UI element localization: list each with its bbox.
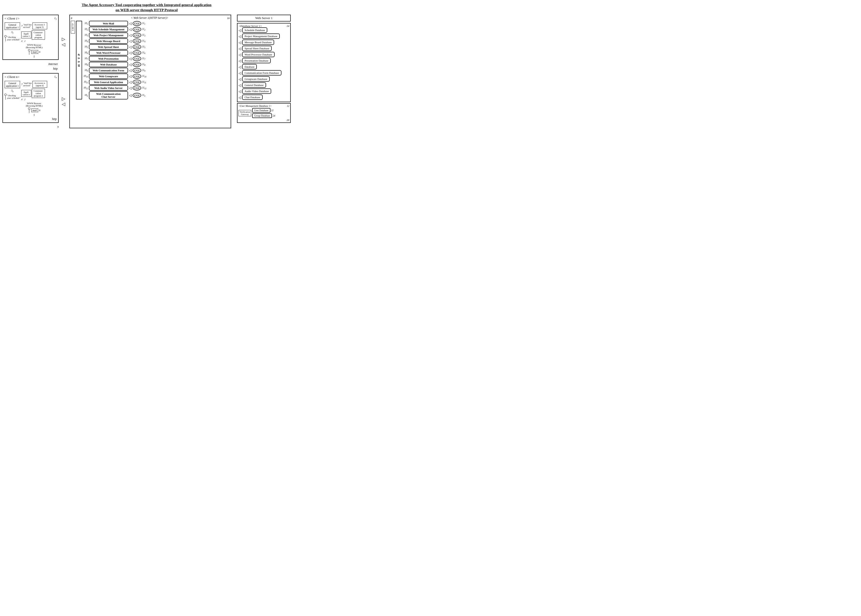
db-arrow-0: ◁ <box>239 28 241 33</box>
num24: 24 <box>273 114 275 117</box>
db-item-0: Schedule Database <box>242 27 267 33</box>
user-mgmt-num: 12 <box>287 105 289 107</box>
web-app-3: Web Message Board <box>89 38 128 44</box>
web-app-0: Web Mail <box>89 21 128 26</box>
clientn-accessory: Accessory n (agent n) <box>33 81 47 88</box>
row-num-left-8: 109 <box>83 69 88 72</box>
clientn-mail: mail <box>31 108 38 112</box>
client1-person-browser <box>28 49 30 55</box>
db-row-7: ◁Communication Form Database <box>239 70 289 76</box>
client1-num4: 4 <box>21 40 22 42</box>
web-row-12: 10nWeb Communication Chat Server◁CGI11n <box>83 91 230 99</box>
row-num-left-10: 1011 <box>83 80 88 84</box>
client1-comm: Communi- cation program <box>32 30 45 39</box>
cgi-num-8: 119 <box>142 69 149 72</box>
cgi-num-4: 115 <box>142 45 149 49</box>
left-arrow2: ◁ <box>62 101 65 107</box>
cgi-num-9: 1110 <box>142 74 149 78</box>
clientn-comm: Communi- cation program n <box>32 89 45 98</box>
web-app-2: Web Project Management <box>89 33 128 38</box>
db-arrow-5: ◁ <box>239 59 241 63</box>
arrow-left-10: ◁ <box>129 80 132 84</box>
cgi-num-7: 118 <box>142 63 149 66</box>
cgi-num-3: 114 <box>142 39 149 43</box>
web-app-8: Web Communication Form <box>89 68 128 73</box>
db-row-1: ◁Project Management Database <box>239 33 289 39</box>
client1-app: Appli- cation 1 <box>21 31 31 38</box>
db-item-6: Database <box>242 64 257 69</box>
clientn-box: < Client n> 1n General application 1 3n … <box>2 73 59 123</box>
webserver-box: 8 < Web Server 1(HTTP Server)> 16 S M T … <box>69 15 231 128</box>
row-num-left-6: 107 <box>83 57 88 60</box>
db-row-2: ◁Message Board Database <box>239 39 289 46</box>
arrow-left-3: ◁ <box>129 39 132 43</box>
clientn-general-app: General application 1 <box>5 81 20 88</box>
db-arrow-6: ◁ <box>239 65 241 69</box>
clientn-http: http <box>5 117 57 121</box>
right-arrow-top: ▷ <box>62 36 65 42</box>
web-app-11: Web Audio Video Server <box>89 85 128 91</box>
clientn-app: Appli- cation n <box>21 90 31 97</box>
verification-box: Verification Gateway <box>239 110 251 116</box>
client1-browser: WWW Browser (Browsing HTML) <box>26 44 42 49</box>
client1-accessory: Accessory 1 (agent 1) <box>33 22 47 29</box>
db-item-9: General Database <box>242 82 266 88</box>
db-item-2: Message Board Database <box>242 39 274 45</box>
db-row-0: ◁Schedule Database <box>239 27 289 33</box>
db-items-container: ◁Schedule Database◁Project Management Da… <box>239 27 289 101</box>
clientn-num6: 6 <box>39 109 40 112</box>
left-arrow: ◁ <box>62 42 65 47</box>
db-arrow-9: ◁ <box>239 83 241 88</box>
clientn-browser: WWW Browser (Browsing HTML) <box>26 102 42 107</box>
internet-label: Internet <box>49 62 58 66</box>
cgi-oval-5: CGI <box>133 50 141 55</box>
arrow-left-2: ◁ <box>129 33 132 38</box>
db-item-4: Word Processor Database <box>242 52 275 57</box>
client1-num7: 7 <box>21 25 22 27</box>
clientn-num7: 7 <box>21 83 22 86</box>
row-num-left-9: 1010 <box>83 74 88 78</box>
db-server-num: 14 <box>287 24 289 27</box>
connector-area <box>232 15 237 128</box>
db-arrow-7: ◁ <box>239 71 241 75</box>
user-mgmt-title: <User Management Database 1> <box>239 105 272 107</box>
row-num-left-0: 101 <box>83 22 88 25</box>
client1-label: < Client 1> <box>5 17 20 20</box>
web-row-2: 103Web Project Management◁CGI113 <box>83 33 230 38</box>
client1-general-app: General application 1 <box>5 22 20 30</box>
db-row-8: ◁Groupware Database <box>239 76 289 82</box>
clientn-label: < Client n> <box>5 75 20 79</box>
client1-num2: 2 <box>24 40 26 42</box>
web-row-6: 107Web Presentation◁CGI117 <box>83 56 230 61</box>
db-row-5: ◁Presentation Database <box>239 58 289 64</box>
web-row-7: 108Web Database◁CGI118 <box>83 62 230 67</box>
db-row-10: ◁Audio Video Database <box>239 88 289 94</box>
db-item-5: Presentation Database <box>242 58 271 63</box>
db-item-8: Groupware Database <box>242 76 270 82</box>
client1-num: 11 <box>54 17 57 20</box>
client1-num3: 31 <box>11 31 13 34</box>
webserver-num: 8 <box>71 17 72 20</box>
db-arrow-4: ◁ <box>239 53 241 57</box>
webserver-title: < Web Server 1(HTTP Server)> <box>131 16 168 20</box>
cgi-oval-8: CGI <box>133 68 141 73</box>
cgi-oval-3: CGI <box>133 39 141 44</box>
group-db-box: Group Database <box>252 113 272 118</box>
arrow-left-5: ◁ <box>129 51 132 55</box>
db-row-4: ◁Word Processor Database <box>239 52 289 58</box>
cgi-num-11: 1112 <box>142 86 149 90</box>
row-num-left-5: 106 <box>83 51 88 55</box>
title-line1: The Agent Accessory Tool cooperating tog… <box>2 2 291 8</box>
web-app-10: Web General Application <box>89 79 128 85</box>
web-app-9: Web Groupware <box>89 74 128 79</box>
arrows-col: ▷ ◁ ▷ ◁ <box>59 15 68 128</box>
web-row-5: 106Web Word Processor◁CGI116 <box>83 50 230 55</box>
web-app-12: Web Communication Chat Server <box>89 91 128 99</box>
db-row-6: ◁Database <box>239 64 289 70</box>
client1-mail-has: "mail has arrived" <box>23 24 32 28</box>
arrow-left-7: ◁ <box>129 63 132 67</box>
http-label-top: http <box>53 67 58 71</box>
web-app-7: Web Database <box>89 62 128 67</box>
client1-quote: "checking your schedule" <box>7 36 20 41</box>
arrow-left-0: ◁ <box>129 22 132 26</box>
